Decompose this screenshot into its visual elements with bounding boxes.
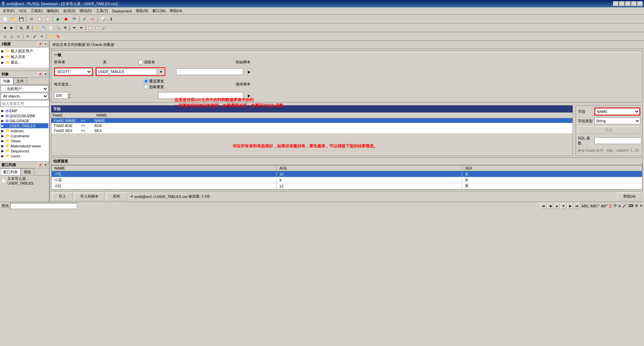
tab-window-list[interactable]: 窗口列表 — [0, 168, 21, 175]
tb3-btn3[interactable]: ▷ — [15, 33, 22, 40]
tree-qggd[interactable]: ▶ ▦ QGGDJWJZBB — [1, 113, 48, 118]
map-button[interactable]: 映射 — [578, 126, 640, 134]
conn-panel-pin[interactable]: 📌 — [38, 42, 43, 47]
tb2-find[interactable]: 🔎 — [101, 24, 108, 31]
object-search-input[interactable] — [1, 100, 49, 107]
field-type-select[interactable]: String — [594, 118, 640, 124]
nav-up-btn[interactable]: ▲ — [554, 203, 560, 209]
tb-cut-btn[interactable]: ✂ — [28, 15, 35, 23]
tb3-btn1[interactable]: ◁ — [1, 33, 8, 40]
tab-files[interactable]: 文件 — [13, 78, 27, 84]
tb-save-btn[interactable]: 💾 — [17, 15, 25, 23]
final-script-btn[interactable]: ▶ — [246, 92, 253, 99]
tb-run-btn[interactable]: ▶ — [54, 15, 62, 23]
app-max-button[interactable]: □ — [619, 1, 625, 6]
tb2-connect-btn[interactable]: 🔌 — [17, 24, 24, 31]
tb3-btn5[interactable]: 🖊 — [32, 33, 38, 40]
tb-explain-btn[interactable]: 📊 — [99, 15, 107, 23]
tb-open-btn[interactable]: 📂 — [9, 15, 17, 23]
sql-func-browse-btn[interactable]: ... — [643, 137, 644, 144]
nav-last-btn[interactable]: ⏭ — [574, 203, 580, 209]
wl-close[interactable]: ✕ — [43, 162, 48, 167]
menu-debug[interactable]: 调试(D) — [77, 8, 94, 14]
tree-constraints[interactable]: ▶ 📁 Constraints — [1, 133, 48, 138]
window-list-item-import[interactable]: 📄 文本导入器 - USER_TABLES — [0, 176, 49, 186]
conn-panel-close[interactable]: ✕ — [43, 42, 48, 47]
window-min-button[interactable]: ─ — [625, 1, 631, 6]
tree-salgrade[interactable]: ▶ ▦ SALGRADE — [1, 118, 48, 123]
tb-new-btn[interactable]: 📄 — [1, 15, 9, 23]
menu-tools[interactable]: 工具(T) — [94, 8, 110, 14]
per-transaction-input[interactable] — [55, 93, 67, 98]
nav-first-btn[interactable]: ⏮ — [540, 203, 546, 209]
conn-fixed-users[interactable]: ▶ 📁 载入固定用户 — [1, 48, 48, 54]
field-row-2[interactable]: Field2 AGE => AGE — [51, 123, 573, 128]
obj-panel-close[interactable]: ✕ — [43, 72, 48, 77]
spin-down-btn[interactable]: ▼ — [67, 96, 71, 99]
menu-edit[interactable]: 编辑(E) — [45, 8, 61, 14]
tb3-btn8[interactable]: 🔖 — [55, 33, 61, 40]
tb-commit-btn[interactable]: ✔ — [81, 15, 88, 23]
tb2-copy2[interactable]: 📋 — [87, 24, 94, 31]
tree-mat-views[interactable]: ▶ 📁 Materialized views — [1, 143, 48, 148]
spin-up-btn[interactable]: ▲ — [67, 93, 71, 96]
menu-report[interactable]: 报告(R) — [134, 8, 150, 14]
tb-stop-btn[interactable]: ⏹ — [62, 15, 70, 23]
all-objects-dropdown[interactable]: All objects — [1, 93, 48, 99]
menu-window[interactable]: 窗口(W) — [150, 8, 168, 14]
tb2-paste2[interactable]: 📋 — [94, 24, 101, 31]
tab-templates[interactable]: 模板 — [21, 168, 34, 175]
tree-views[interactable]: ▶ 📁 Views — [1, 138, 48, 143]
field-row-3[interactable]: Field3 SEX => SEX — [51, 128, 573, 133]
overwrite-radio[interactable] — [144, 79, 148, 83]
tb2-btn4[interactable]: 🔧 — [41, 24, 47, 31]
tb3-btn4[interactable]: ✏ — [24, 33, 31, 40]
tb2-btn1[interactable]: ◀ — [1, 24, 8, 31]
close-button[interactable]: 关闭 — [106, 193, 126, 201]
nav-down-btn[interactable]: ▼ — [560, 203, 567, 209]
import-button[interactable]: 导入 — [52, 193, 72, 201]
field-name-select[interactable]: NAME — [595, 108, 640, 115]
tree-user-tables[interactable]: ▶ ▦ USER_TABLES — [1, 123, 48, 128]
sql-func-input[interactable] — [594, 137, 641, 144]
tab-objects[interactable]: 对象 — [0, 78, 13, 84]
tb-paste-btn[interactable]: 📋 — [44, 15, 51, 23]
nav-next-btn[interactable]: ▶ — [567, 203, 573, 209]
menu-deployment[interactable]: Deployment — [110, 8, 134, 14]
conn-recent[interactable]: ▶ 📁 最近... — [1, 60, 48, 65]
tb2-btn5[interactable]: 📑 — [48, 24, 54, 31]
init-script-input[interactable] — [176, 68, 243, 75]
menu-file[interactable]: 文件(F) — [1, 8, 17, 14]
tb2-arr-left[interactable]: ⬅ — [71, 24, 77, 31]
find-input[interactable] — [10, 203, 77, 209]
tb-info-btn[interactable]: ℹ — [107, 15, 115, 23]
init-script-btn[interactable]: ▶ — [246, 68, 253, 75]
tree-indexes[interactable]: ▶ 📁 Indexes — [1, 128, 48, 133]
tb-rollback-btn[interactable]: ↩ — [89, 15, 96, 23]
current-user-dropdown[interactable]: 〈当前用户〉 — [1, 85, 48, 92]
app-min-button[interactable]: ─ — [613, 1, 619, 6]
tb-copy-btn[interactable]: 📋 — [36, 15, 43, 23]
clear-table-checkbox[interactable] — [139, 60, 143, 64]
tb-step-btn[interactable]: ↷ — [70, 15, 78, 23]
tb2-arr-right[interactable]: ➡ — [78, 24, 85, 31]
obj-panel-pin[interactable]: 📌 — [38, 72, 43, 77]
tb3-btn7[interactable]: ⭐ — [48, 33, 54, 40]
nav-prev-btn[interactable]: ◀ — [547, 203, 553, 209]
help-button[interactable]: 帮助(H) — [618, 193, 641, 201]
window-max-button[interactable]: □ — [631, 1, 637, 6]
tb2-btn2[interactable]: ▶ — [8, 24, 15, 31]
final-script-input[interactable] — [158, 92, 243, 99]
table-browse-btn[interactable]: ▼ — [158, 68, 164, 75]
tb2-btn6[interactable]: 🔍 — [55, 24, 61, 31]
conn-history[interactable]: ▶ 📁 输入历史 — [1, 54, 48, 60]
tb2-btn3[interactable]: ⚡ — [34, 24, 40, 31]
tb2-btn7[interactable]: ⚙ — [62, 24, 68, 31]
tree-users[interactable]: ▶ 📁 Users — [1, 153, 48, 158]
tb3-btn2[interactable]: △ — [8, 33, 15, 40]
menu-ycs[interactable]: YCS — [17, 8, 29, 14]
import-to-script-button[interactable]: 导入到脚本 — [74, 193, 104, 201]
tb2-db-btn[interactable]: 🗄 — [24, 24, 31, 31]
owner-select[interactable]: SCOTT — [55, 68, 92, 75]
tb3-btn6[interactable]: ✂ — [39, 33, 45, 40]
